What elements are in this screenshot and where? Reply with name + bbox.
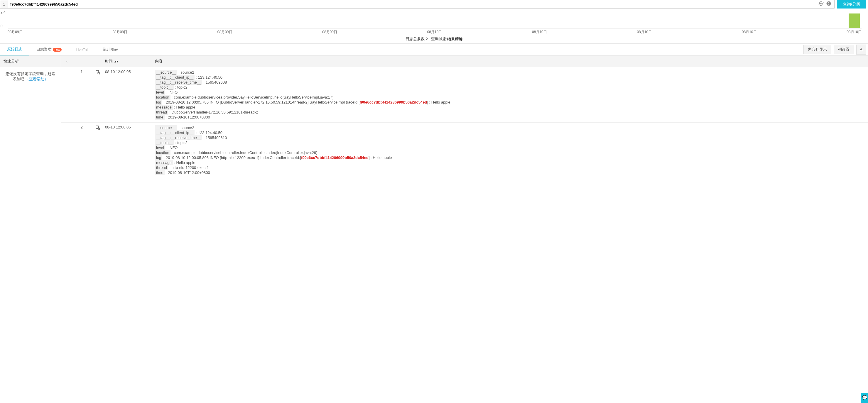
log-row: 208-10 12:00:05__source__:source2__tag__…	[61, 123, 868, 178]
download-icon[interactable]	[856, 44, 866, 55]
field-line: __tag__:__receive_time__:1565409610	[155, 135, 868, 140]
field-value[interactable]: com.example.dubboserviceb.controller.Ind…	[174, 150, 317, 155]
quick-analysis-panel: 快速分析 您还没有指定字段查询，赶紧添加吧 （查看帮助）	[0, 56, 61, 178]
field-line: __source__:source2	[155, 70, 868, 74]
field-key[interactable]: log	[155, 155, 162, 160]
field-line: __topic__:topic2	[155, 85, 868, 90]
analyze-button[interactable]: 查询/分析	[837, 0, 866, 8]
field-line: message:Hello apple	[155, 105, 868, 109]
x-tick-label: 08月10日	[532, 30, 547, 35]
field-value[interactable]: 123.124.40.50	[198, 131, 222, 135]
field-value[interactable]: 2019-08-10T12:00+0800	[168, 115, 210, 120]
collapse-panel-toggle[interactable]: ‹	[61, 56, 73, 67]
field-value[interactable]: Hello apple	[176, 105, 195, 109]
field-line: message:Hello apple	[155, 161, 868, 165]
column-display-button[interactable]: 内容列显示	[803, 45, 831, 54]
tab-cluster[interactable]: 日志聚类 new	[29, 44, 69, 55]
query-box: 1 ?	[0, 0, 835, 8]
x-tick-label: 08月09日	[8, 30, 23, 35]
field-line: location:com.example.dubboservicea.provi…	[155, 95, 868, 99]
field-line: __source__:source2	[155, 126, 868, 130]
field-key[interactable]: thread	[155, 165, 168, 170]
field-value[interactable]: source2	[181, 70, 194, 74]
field-line: thread:http-nio-12200-exec-1	[155, 165, 868, 170]
field-key[interactable]: __tag__:__client_ip__	[155, 75, 194, 80]
result-summary: 日志总条数:2 查询状态:结果精确	[0, 35, 868, 43]
field-key[interactable]: time	[155, 170, 165, 175]
row-time: 08-10 12:00:05	[105, 124, 155, 176]
field-value[interactable]: http-nio-12200-exec-1	[172, 165, 209, 170]
field-line: log:2019-08-10 12:00:05,806 INFO [http-n…	[155, 156, 868, 160]
field-key[interactable]: level	[155, 90, 165, 95]
field-key[interactable]: __topic__	[155, 85, 174, 90]
col-header-time[interactable]: 时间▲▼	[105, 56, 155, 67]
field-value[interactable]: source2	[181, 126, 194, 130]
field-value[interactable]: 1565409610	[206, 135, 227, 140]
field-line: __tag__:__client_ip__:123.124.40.50	[155, 131, 868, 135]
field-key[interactable]: time	[155, 115, 165, 120]
row-body: __source__:source2__tag__:__client_ip__:…	[155, 124, 868, 176]
field-key[interactable]: __tag__:__receive_time__	[155, 80, 202, 85]
x-tick-label: 08月09日	[217, 30, 232, 35]
highlight: f90e6cc7dbbf414286999b50a2dc54ed	[360, 100, 427, 104]
tab-raw-log[interactable]: 原始日志	[0, 44, 29, 56]
field-line: location:com.example.dubboserviceb.contr…	[155, 150, 868, 155]
gear-icon[interactable]	[818, 1, 824, 8]
field-key[interactable]: __topic__	[155, 140, 174, 145]
y-axis-ticks: 2.4 0	[1, 10, 6, 28]
row-body: __source__:source2__tag__:__client_ip__:…	[155, 69, 868, 121]
field-value[interactable]: 123.124.40.50	[198, 75, 222, 79]
field-value[interactable]: 2019-08-10T12:00+0800	[168, 170, 210, 175]
field-key[interactable]: __tag__:__client_ip__	[155, 130, 194, 135]
context-icon[interactable]	[90, 69, 105, 121]
field-key[interactable]: level	[155, 145, 165, 150]
field-key[interactable]: message	[155, 105, 173, 110]
field-value[interactable]: 2019-08-10 12:00:05,786 INFO [DubboServe…	[166, 100, 451, 104]
highlight: f90e6cc7dbbf414286999b50a2dc54ed	[301, 156, 369, 160]
field-key[interactable]: __source__	[155, 70, 177, 75]
field-value[interactable]: DubboServerHandler-172.16.50.59:12101-th…	[172, 110, 258, 114]
svg-text:?: ?	[828, 2, 830, 5]
x-tick-label: 08月10日	[427, 30, 442, 35]
field-line: __topic__:topic2	[155, 140, 868, 145]
log-row: 108-10 12:00:05__source__:source2__tag__…	[61, 67, 868, 123]
tab-chart[interactable]: 统计图表	[96, 44, 125, 55]
row-index: 1	[73, 69, 90, 121]
field-line: time:2019-08-10T12:00+0800	[155, 115, 868, 120]
x-tick-label: 08月09日	[322, 30, 337, 35]
x-tick-label: 08月10日	[846, 30, 862, 35]
chart-bar[interactable]	[849, 13, 860, 28]
context-icon[interactable]	[90, 124, 105, 176]
x-tick-label: 08月10日	[742, 30, 757, 35]
field-value[interactable]: 2019-08-10 12:00:05,806 INFO [http-nio-1…	[166, 156, 392, 160]
field-key[interactable]: __tag__:__receive_time__	[155, 135, 202, 140]
col-header-content: 内容	[155, 56, 868, 67]
field-value[interactable]: topic2	[177, 140, 187, 145]
histogram-chart: 2.4 0 08月09日08月09日08月09日08月09日08月10日08月1…	[0, 8, 868, 35]
field-value[interactable]: topic2	[177, 85, 187, 90]
field-value[interactable]: com.example.dubboservicea.provider.SayHe…	[174, 95, 333, 99]
query-input[interactable]	[8, 0, 818, 8]
field-key[interactable]: message	[155, 160, 173, 165]
field-value[interactable]: 1565409608	[206, 80, 227, 85]
field-value[interactable]: Hello apple	[176, 161, 195, 165]
row-time: 08-10 12:00:05	[105, 69, 155, 121]
column-settings-button[interactable]: 列设置	[834, 45, 854, 54]
field-key[interactable]: location	[155, 150, 170, 155]
tab-strip: 原始日志 日志聚类 new LiveTail 统计图表 内容列显示 列设置	[0, 43, 868, 56]
field-value[interactable]: INFO	[168, 145, 178, 150]
field-line: level:INFO	[155, 90, 868, 95]
tab-livetail[interactable]: LiveTail	[69, 44, 95, 55]
new-badge: new	[53, 48, 62, 52]
help-link[interactable]: （查看帮助）	[25, 77, 48, 81]
log-header-row: ‹ 时间▲▼ 内容	[61, 56, 868, 67]
svg-rect-3	[96, 70, 99, 73]
help-icon[interactable]: ?	[826, 1, 831, 8]
field-key[interactable]: log	[155, 100, 162, 105]
field-value[interactable]: INFO	[168, 90, 178, 95]
field-key[interactable]: __source__	[155, 125, 177, 130]
svg-point-0	[820, 3, 822, 4]
field-key[interactable]: location	[155, 95, 170, 100]
field-key[interactable]: thread	[155, 110, 168, 115]
x-tick-label: 08月10日	[637, 30, 652, 35]
